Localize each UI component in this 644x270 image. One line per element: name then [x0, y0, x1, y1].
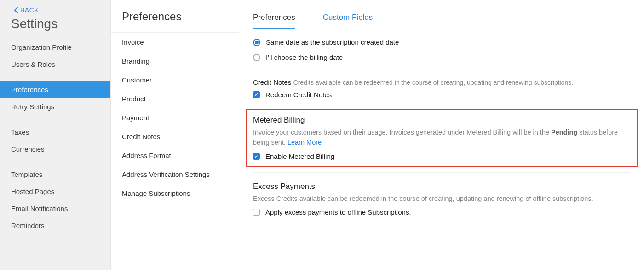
left-sidebar: BACK Settings Organization Profile Users… [0, 0, 110, 270]
subnav-item-credit-notes[interactable]: Credit Notes [111, 127, 239, 146]
subnav-item-branding[interactable]: Branding [111, 52, 239, 70]
check-label: Apply excess payments to offline Subscri… [265, 208, 411, 216]
subnav-item-invoice[interactable]: Invoice [111, 33, 239, 52]
nav-item-hosted-pages[interactable]: Hosted Pages [0, 183, 110, 200]
desc-bold: Pending [551, 129, 577, 136]
subnav-item-address-format[interactable]: Address Format [111, 146, 239, 165]
back-link[interactable]: BACK [0, 5, 110, 14]
check-label: Redeem Credit Notes [265, 91, 332, 99]
excess-payments-title: Excess Payments [253, 182, 630, 191]
tabs: Preferences Custom Fields [253, 8, 630, 29]
preferences-subnav-title: Preferences [111, 0, 239, 33]
back-label: BACK [20, 6, 39, 14]
nav-item-currencies[interactable]: Currencies [0, 141, 110, 158]
subnav-item-payment[interactable]: Payment [111, 108, 239, 127]
nav-item-reminders[interactable]: Reminders [0, 217, 110, 234]
checkbox-icon [253, 209, 260, 216]
nav-item-retry-settings[interactable]: Retry Settings [0, 98, 110, 115]
subnav-item-address-verification[interactable]: Address Verification Settings [111, 165, 239, 184]
nav-item-email-notifications[interactable]: Email Notifications [0, 200, 110, 217]
nav-item-users-roles[interactable]: Users & Roles [0, 56, 110, 73]
radio-label: Same date as the subscription created da… [266, 38, 399, 46]
divider [253, 172, 630, 173]
tab-preferences[interactable]: Preferences [253, 8, 295, 29]
preferences-subnav-list: Invoice Branding Customer Product Paymen… [111, 33, 239, 203]
divider [253, 69, 630, 69]
left-nav: Organization Profile Users & Roles Prefe… [0, 39, 110, 242]
settings-title: Settings [0, 14, 110, 39]
nav-group: Templates Hosted Pages Email Notificatio… [0, 166, 110, 234]
nav-item-templates[interactable]: Templates [0, 166, 110, 183]
preferences-subnav: Preferences Invoice Branding Customer Pr… [110, 0, 239, 270]
subnav-item-product[interactable]: Product [111, 89, 239, 108]
radio-row-same-date[interactable]: Same date as the subscription created da… [253, 38, 630, 46]
main-content: Preferences Custom Fields Same date as t… [239, 0, 644, 270]
subnav-item-customer[interactable]: Customer [111, 70, 239, 89]
checkbox-icon: ✓ [253, 153, 260, 160]
metered-billing-title: Metered Billing [253, 116, 630, 125]
credit-notes-help: Credits available can be redeemed in the… [293, 79, 574, 86]
tab-custom-fields[interactable]: Custom Fields [323, 8, 373, 29]
check-row-apply-excess[interactable]: Apply excess payments to offline Subscri… [253, 208, 630, 216]
credit-notes-title: Credit Notes [253, 78, 291, 86]
desc-text: Invoice your customers based on their us… [253, 129, 551, 136]
chevron-left-icon [14, 7, 18, 13]
radio-icon [253, 39, 260, 46]
nav-group: Preferences Retry Settings [0, 81, 110, 115]
excess-payments-desc: Excess Credits available can be redeemed… [253, 194, 630, 204]
metered-billing-highlight: Metered Billing Invoice your customers b… [246, 109, 638, 167]
checkbox-icon: ✓ [253, 91, 260, 98]
nav-item-org-profile[interactable]: Organization Profile [0, 39, 110, 56]
nav-item-taxes[interactable]: Taxes [0, 123, 110, 141]
divider [253, 106, 630, 106]
check-label: Enable Metered Billing [265, 153, 334, 160]
nav-item-preferences[interactable]: Preferences [0, 81, 110, 98]
nav-group: Organization Profile Users & Roles [0, 39, 110, 73]
radio-label: I'll choose the billing date [266, 53, 343, 61]
credit-notes-heading: Credit Notes Credits available can be re… [253, 78, 630, 86]
check-row-redeem-credit-notes[interactable]: ✓ Redeem Credit Notes [253, 91, 630, 99]
radio-icon [253, 54, 260, 61]
subnav-item-manage-subscriptions[interactable]: Manage Subscriptions [111, 184, 239, 203]
check-row-enable-metered[interactable]: ✓ Enable Metered Billing [253, 153, 630, 160]
learn-more-link[interactable]: Learn More [288, 139, 322, 146]
radio-row-choose-date[interactable]: I'll choose the billing date [253, 53, 630, 61]
metered-billing-desc: Invoice your customers based on their us… [253, 128, 630, 148]
nav-group: Taxes Currencies [0, 123, 110, 158]
